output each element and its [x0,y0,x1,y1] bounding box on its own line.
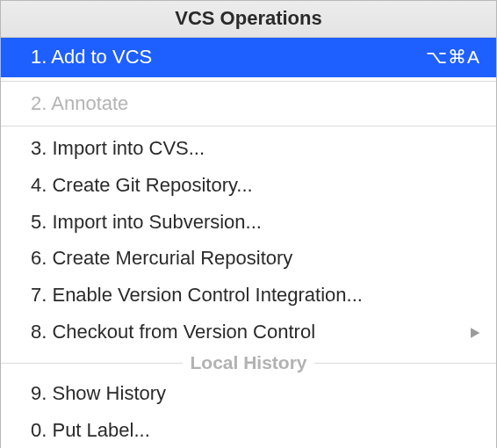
menu-item-checkout-vcs[interactable]: 8. Checkout from Version Control ▶ [1,314,496,350]
menu-item-label: 6. Create Mercurial Repository [31,244,482,272]
menu-item-shortcut: ⌥⌘A [426,44,480,70]
submenu-arrow-icon: ▶ [471,322,480,342]
menu-item-label: 0. Put Label... [31,416,482,444]
menu-item-create-git-repo[interactable]: 4. Create Git Repository... [1,167,496,204]
menu-item-label: 2. Annotate [31,90,482,118]
menu-item-label: 5. Import into Subversion... [31,208,482,236]
section-separator-local-history: Local History [1,352,496,373]
section-label: Local History [183,352,313,373]
menu-item-create-hg-repo[interactable]: 6. Create Mercurial Repository [1,240,496,277]
menu-item-label: 4. Create Git Repository... [31,171,482,199]
popup-title: VCS Operations [1,1,496,38]
menu-separator [1,81,496,82]
menu-item-add-to-vcs[interactable]: 1. Add to VCS ⌥⌘A [1,38,496,77]
menu-item-label: 3. Import into CVS... [31,134,482,163]
menu-item-annotate: 2. Annotate [1,85,496,122]
menu-item-label: 7. Enable Version Control Integration... [31,281,482,309]
menu-item-enable-vcs-integration[interactable]: 7. Enable Version Control Integration... [1,277,496,314]
menu-item-label: 1. Add to VCS [31,43,426,71]
menu-item-label: 8. Checkout from Version Control [31,318,470,346]
menu-item-show-history[interactable]: 9. Show History [1,375,496,412]
menu-item-import-cvs[interactable]: 3. Import into CVS... [1,130,496,167]
menu-separator [1,126,496,126]
menu-item-import-svn[interactable]: 5. Import into Subversion... [1,204,496,241]
menu-item-label: 9. Show History [31,379,482,408]
menu-item-put-label[interactable]: 0. Put Label... [1,412,496,448]
vcs-operations-popup: VCS Operations 1. Add to VCS ⌥⌘A 2. Anno… [0,0,497,448]
